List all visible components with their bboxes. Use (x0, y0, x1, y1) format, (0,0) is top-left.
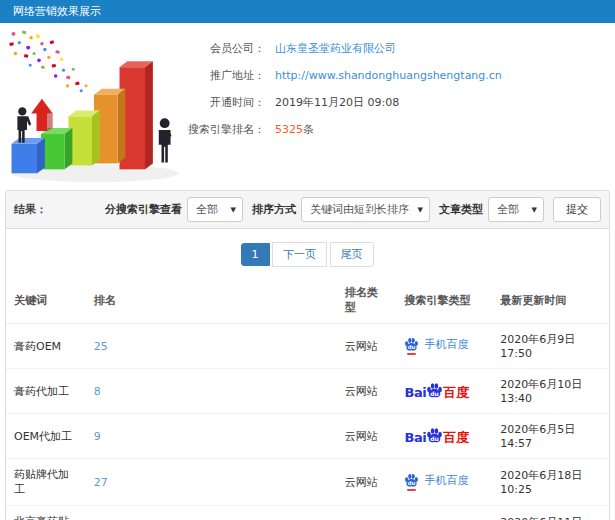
article-type-label: 文章类型 (439, 202, 483, 217)
engine-cell: Bai du 百度 (396, 369, 492, 414)
table-row: 药贴牌代加工 27 云网站 du 手机百度 2020年6月18日 10:25 (6, 459, 609, 506)
rank-cell: 25 (86, 324, 337, 369)
svg-text:du: du (408, 480, 416, 486)
info-row-url: 推广地址： http://www.shandonghuangshengtang.… (185, 62, 615, 89)
sort-filter-value: 关键词由短到长排序 (310, 203, 409, 216)
updated-cell: 2020年6月10日 13:40 (492, 369, 609, 414)
table-row: 膏药代加工 8 云网站 Bai du 百度 2020年6月10日 13:40 (6, 369, 609, 414)
rank-link[interactable]: 25 (94, 340, 108, 353)
bar-yellow-green (68, 110, 99, 165)
article-type-select[interactable]: 全部 ▼ (488, 197, 544, 222)
info-row-open-time: 开通时间： 2019年11月20日 09:08 (185, 89, 615, 116)
marketing-growth-illustration (0, 26, 185, 188)
table-row: 北京膏药贴牌 1 云网站 Bai du 百度 2020年6月11日 11:18 (6, 506, 609, 520)
submit-button[interactable]: 提交 (553, 197, 601, 222)
col-rank: 排名 (86, 277, 337, 324)
keyword-text: OEM代加工 (14, 430, 72, 443)
rank-type-cell: 云网站 (337, 459, 397, 506)
keyword-text: 膏药代加工 (14, 385, 69, 398)
baidu-underline (407, 353, 416, 355)
rank-link[interactable]: 8 (94, 385, 101, 398)
keyword-cell: 药贴牌代加工 (6, 459, 86, 506)
svg-text:du: du (430, 390, 439, 397)
baidu-paw-icon: du (426, 382, 443, 399)
chevron-down-icon: ▼ (231, 205, 236, 213)
baidu-paw-icon: du (426, 427, 443, 444)
rank-type-cell: 云网站 (337, 414, 397, 459)
page-current[interactable]: 1 (241, 243, 270, 266)
info-row-company: 会员公司： 山东皇圣堂药业有限公司 (185, 35, 615, 62)
top-section: 会员公司： 山东皇圣堂药业有限公司 推广地址： http://www.shand… (0, 23, 615, 190)
mobile-baidu-logo: du 手机百度 (404, 337, 468, 352)
results-panel: 结果： 分搜索引擎查看 全部 ▼ 排序方式 关键词由短到长排序 ▼ 文章类型 全… (5, 190, 610, 520)
mobile-baidu-label: 手机百度 (424, 473, 468, 488)
rank-cell: 9 (86, 414, 337, 459)
updated-cell: 2020年6月11日 11:18 (492, 506, 609, 520)
engine-filter-label: 分搜索引擎查看 (105, 202, 182, 217)
open-time-label: 开通时间： (185, 95, 265, 110)
bar-blue (12, 138, 45, 173)
table-row: OEM代加工 9 云网站 Bai du 百度 2020年6月5日 14:57 (6, 414, 609, 459)
filter-controls: 分搜索引擎查看 全部 ▼ 排序方式 关键词由短到长排序 ▼ 文章类型 全部 ▼ … (96, 197, 601, 222)
table-header-row: 关键词 排名 排名类型 搜索引擎类型 最新更新时间 (6, 277, 609, 324)
rank-count-suffix: 条 (303, 123, 314, 136)
baidu-underline (407, 489, 416, 491)
rank-count-value: 5325 (275, 123, 303, 136)
mobile-baidu-logo: du 手机百度 (404, 473, 468, 488)
baidu-pc-logo: Bai du 百度 (404, 427, 469, 444)
result-label: 结果： (14, 202, 47, 217)
keyword-cell: 膏药OEM (6, 324, 86, 369)
rank-link[interactable]: 9 (94, 430, 101, 443)
promo-url-label: 推广地址： (185, 68, 265, 83)
chevron-down-icon: ▼ (532, 205, 537, 213)
engine-filter-select[interactable]: 全部 ▼ (187, 197, 243, 222)
promo-url-link[interactable]: http://www.shandonghuangshengtang.cn (275, 69, 502, 82)
member-info-panel: 会员公司： 山东皇圣堂药业有限公司 推广地址： http://www.shand… (185, 23, 615, 190)
page-title: 网络营销效果展示 (13, 5, 101, 18)
engine-cell: du 手机百度 (396, 459, 492, 506)
keyword-text: 膏药OEM (14, 340, 61, 353)
page-last[interactable]: 尾页 (330, 242, 374, 267)
chevron-down-icon: ▼ (418, 205, 423, 213)
company-link[interactable]: 山东皇圣堂药业有限公司 (275, 41, 396, 56)
confetti-decoration (9, 30, 87, 92)
bar-chart-bars (12, 61, 153, 173)
baidu-paw-icon: du (404, 473, 419, 488)
filter-bar: 结果： 分搜索引擎查看 全部 ▼ 排序方式 关键词由短到长排序 ▼ 文章类型 全… (6, 191, 609, 229)
article-type-value: 全部 (497, 203, 519, 216)
updated-cell: 2020年6月5日 14:57 (492, 414, 609, 459)
businessman-right-figure (159, 118, 172, 162)
engine-cell: Bai du 百度 (396, 414, 492, 459)
keyword-cell: 膏药代加工 (6, 369, 86, 414)
col-rank-type: 排名类型 (337, 277, 397, 324)
keyword-cell: OEM代加工 (6, 414, 86, 459)
bar-green (41, 128, 72, 169)
baidu-paw-icon: du (404, 337, 419, 352)
col-engine-type: 搜索引擎类型 (396, 277, 492, 324)
engine-filter-value: 全部 (196, 203, 218, 216)
info-row-rank-count: 搜索引擎排名： 5325条 (185, 116, 615, 143)
results-table: 关键词 排名 排名类型 搜索引擎类型 最新更新时间 膏药OEM 25 云网站 d… (6, 277, 609, 520)
svg-text:du: du (430, 435, 439, 442)
rank-type-cell: 云网站 (337, 506, 397, 520)
rank-count-label: 搜索引擎排名： (185, 122, 265, 137)
sort-filter-select[interactable]: 关键词由短到长排序 ▼ (301, 197, 430, 222)
company-label: 会员公司： (185, 41, 265, 56)
mobile-baidu-label: 手机百度 (424, 337, 468, 352)
open-time-value: 2019年11月20日 09:08 (275, 95, 399, 110)
pagination: 1 下一页 尾页 (6, 229, 609, 277)
engine-cell: du 手机百度 (396, 324, 492, 369)
rank-cell: 1 (86, 506, 337, 520)
rank-type-cell: 云网站 (337, 324, 397, 369)
keyword-text: 北京膏药贴牌 (14, 515, 69, 520)
engine-cell: Bai du 百度 (396, 506, 492, 520)
rank-type-cell: 云网站 (337, 369, 397, 414)
page-next[interactable]: 下一页 (272, 242, 327, 267)
col-keyword: 关键词 (6, 277, 86, 324)
updated-cell: 2020年6月9日 17:50 (492, 324, 609, 369)
col-updated: 最新更新时间 (492, 277, 609, 324)
businessman-left-figure (17, 107, 31, 143)
table-row: 膏药OEM 25 云网站 du 手机百度 2020年6月9日 17:50 (6, 324, 609, 369)
results-table-body: 膏药OEM 25 云网站 du 手机百度 2020年6月9日 17:50 膏药代… (6, 324, 609, 520)
rank-link[interactable]: 27 (94, 476, 108, 489)
